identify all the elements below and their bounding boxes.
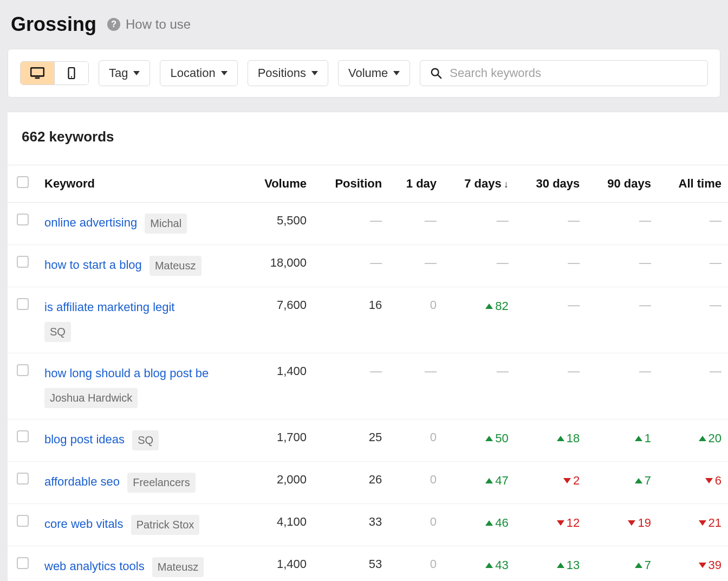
position-cell: — (313, 353, 388, 419)
tag-badge[interactable]: SQ (44, 322, 71, 342)
tag-filter-label: Tag (109, 66, 128, 80)
tag-badge[interactable]: SQ (132, 430, 159, 450)
volume-cell: 7,600 (244, 287, 313, 353)
col-keyword[interactable]: Keyword (38, 165, 244, 203)
d7-cell: 46 (443, 504, 515, 546)
help-icon: ? (107, 18, 120, 31)
search-input[interactable] (450, 66, 698, 80)
desktop-icon (30, 67, 44, 79)
d30-cell: 13 (515, 546, 587, 581)
tag-badge[interactable]: Patrick Stox (131, 515, 200, 535)
keyword-link[interactable]: web analytics tools (44, 560, 145, 573)
col-alltime[interactable]: All time (658, 165, 728, 203)
desktop-toggle[interactable] (21, 62, 54, 85)
keyword-link[interactable]: is affiliate marketing legit (44, 300, 175, 314)
keyword-link[interactable]: core web vitals (44, 518, 123, 531)
d30-cell: 12 (515, 504, 587, 546)
col-volume[interactable]: Volume (244, 165, 313, 203)
select-all-checkbox[interactable] (17, 176, 29, 188)
filters-panel: Tag Location Positions Volume (8, 49, 720, 98)
row-checkbox[interactable] (17, 214, 29, 225)
position-cell: 25 (313, 419, 388, 462)
caret-down-icon (311, 71, 318, 75)
d90-cell: 7 (586, 462, 658, 504)
tag-badge[interactable]: Mateusz (150, 256, 202, 276)
volume-cell: 18,000 (244, 245, 313, 287)
d90-cell: 1 (586, 419, 658, 462)
caret-down-icon (393, 71, 400, 75)
d90-cell: — (586, 287, 658, 353)
keyword-link[interactable]: affordable seo (44, 475, 120, 489)
col-90days[interactable]: 90 days (586, 165, 658, 203)
keywords-table: Keyword Volume Position 1 day 7 days↓ 30… (8, 165, 728, 581)
row-checkbox[interactable] (17, 364, 29, 376)
table-row: is affiliate marketing legitSQ7,60016082… (8, 287, 728, 353)
col-30days[interactable]: 30 days (515, 165, 587, 203)
all-cell: 6 (658, 462, 728, 504)
col-1day[interactable]: 1 day (388, 165, 443, 203)
all-cell: — (658, 287, 728, 353)
tag-badge[interactable]: Michal (145, 214, 187, 234)
position-cell: — (313, 203, 388, 245)
table-row: how long should a blog post beJoshua Har… (8, 353, 728, 419)
d1-cell: 0 (388, 504, 443, 546)
row-checkbox[interactable] (17, 298, 29, 310)
keyword-link[interactable]: blog post ideas (44, 433, 125, 447)
how-to-use-link[interactable]: ? How to use (107, 17, 191, 32)
row-checkbox[interactable] (17, 430, 29, 442)
location-filter[interactable]: Location (160, 60, 237, 86)
volume-cell: 4,100 (244, 504, 313, 546)
d1-cell: — (388, 353, 443, 419)
keyword-cell: how to start a blog Mateusz (38, 245, 244, 287)
keyword-link[interactable]: how long should a blog post be (44, 366, 209, 380)
keyword-cell: is affiliate marketing legitSQ (38, 287, 244, 353)
d1-cell: — (388, 245, 443, 287)
all-cell: 20 (658, 419, 728, 462)
tag-badge[interactable]: Freelancers (127, 473, 196, 493)
col-7days[interactable]: 7 days↓ (443, 165, 515, 203)
volume-cell: 5,500 (244, 203, 313, 245)
d1-cell: 0 (388, 287, 443, 353)
svg-line-5 (438, 75, 441, 78)
keyword-cell: blog post ideas SQ (38, 419, 244, 462)
sort-down-icon: ↓ (504, 179, 509, 190)
device-toggle (20, 61, 89, 85)
d30-cell: — (515, 353, 587, 419)
d30-cell: 2 (515, 462, 587, 504)
keyword-link[interactable]: online advertising (44, 216, 137, 229)
tag-filter[interactable]: Tag (99, 60, 150, 86)
d7-cell: — (443, 203, 515, 245)
row-checkbox[interactable] (17, 256, 29, 268)
tag-badge[interactable]: Mateusz (152, 557, 204, 577)
table-row: blog post ideas SQ1,7002505018120 (8, 419, 728, 462)
d90-cell: 7 (586, 546, 658, 581)
position-cell: — (313, 245, 388, 287)
col-position[interactable]: Position (313, 165, 388, 203)
d7-cell: 50 (443, 419, 515, 462)
d90-cell: — (586, 353, 658, 419)
all-cell: — (658, 245, 728, 287)
d7-cell: 47 (443, 462, 515, 504)
d7-cell: 43 (443, 546, 515, 581)
position-cell: 53 (313, 546, 388, 581)
svg-rect-0 (31, 68, 44, 76)
keyword-count: 662 keywords (8, 112, 728, 165)
keywords-table-wrap: 662 keywords Keyword Volume Position 1 d… (8, 112, 728, 581)
positions-filter[interactable]: Positions (248, 60, 328, 86)
position-cell: 33 (313, 504, 388, 546)
all-cell: 39 (658, 546, 728, 581)
d30-cell: 18 (515, 419, 587, 462)
keyword-cell: affordable seo Freelancers (38, 462, 244, 504)
keyword-link[interactable]: how to start a blog (44, 258, 142, 272)
volume-filter[interactable]: Volume (338, 60, 410, 86)
row-checkbox[interactable] (17, 473, 29, 485)
mobile-toggle[interactable] (54, 62, 88, 85)
d30-cell: — (515, 203, 587, 245)
all-cell: — (658, 203, 728, 245)
col-checkbox (8, 165, 38, 203)
tag-badge[interactable]: Joshua Hardwick (44, 388, 138, 408)
keyword-cell: core web vitals Patrick Stox (38, 504, 244, 546)
row-checkbox[interactable] (17, 515, 29, 527)
volume-cell: 2,000 (244, 462, 313, 504)
row-checkbox[interactable] (17, 557, 29, 569)
